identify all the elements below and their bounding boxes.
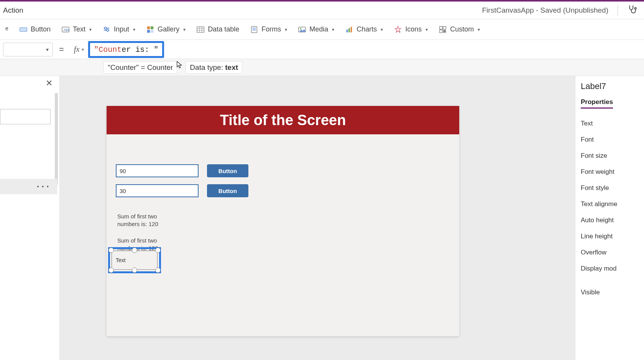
ribbon-charts-label: Charts [356, 25, 377, 33]
ribbon-button[interactable]: Button [19, 25, 51, 34]
text-icon: Abc [61, 25, 70, 34]
prop-font-weight[interactable]: Font weight [581, 164, 644, 180]
properties-panel: Label7 Properties Text Font Font size Fo… [575, 76, 644, 360]
resize-handle[interactable] [108, 268, 114, 273]
formula-text: "Counter is: " [94, 45, 158, 54]
svg-rect-29 [440, 30, 442, 32]
media-icon [298, 25, 306, 34]
fx-label: fx [74, 45, 79, 54]
text-input-1[interactable]: 90 [116, 164, 199, 177]
tree-item-selected[interactable]: • • • [0, 179, 57, 194]
fx-button[interactable]: fx ▾ [70, 40, 88, 59]
title-bar: Action FirstCanvasApp - Saved (Unpublish… [0, 2, 644, 19]
tree-view-panel: ✕ • • • [0, 76, 60, 360]
prop-font-size[interactable]: Font size [581, 148, 644, 164]
app-status-text: FirstCanvasApp - Saved (Unpublished) [482, 6, 609, 15]
intellisense-suggestion[interactable]: "Counter" = Counter [104, 61, 177, 74]
ribbon-custom[interactable]: Custom ▾ [439, 25, 480, 34]
chevron-down-icon: ▾ [82, 47, 84, 52]
ribbon-datatable-label: Data table [208, 25, 239, 33]
custom-icon [439, 25, 447, 34]
icons-icon: + [394, 25, 402, 34]
formula-bar: ▾ = fx ▾ "Counter is: " [0, 40, 644, 59]
ribbon-gallery-label: Gallery [158, 25, 179, 33]
svg-rect-9 [147, 26, 150, 29]
main-area: ✕ • • • Title of the Screen 90 Button 30… [0, 76, 644, 360]
prop-display-mode[interactable]: Display mod [581, 261, 644, 277]
button-1[interactable]: Button [207, 164, 248, 177]
app-checker-icon[interactable] [627, 4, 637, 16]
ribbon-datatable[interactable]: Data table [196, 25, 239, 34]
scrollbar[interactable] [55, 93, 58, 185]
svg-rect-11 [147, 30, 150, 32]
formula-highlight: "Counter is: " [88, 41, 164, 58]
svg-rect-10 [151, 26, 153, 29]
ribbon-media-label: Media [309, 25, 328, 33]
resize-handle[interactable] [132, 268, 137, 273]
ribbon-gallery[interactable]: Gallery ▾ [146, 25, 186, 34]
ribbon-text[interactable]: Abc Text ▾ [61, 25, 92, 34]
property-selector[interactable]: ▾ [3, 43, 53, 56]
formula-hint-row: "Counter" = Counter Data type: text [0, 59, 644, 76]
selected-label-control[interactable]: Text [108, 247, 161, 273]
ribbon-icons-label: Icons [405, 25, 422, 33]
prop-font-style[interactable]: Font style [581, 180, 644, 196]
ribbon-media[interactable]: Media ▾ [298, 25, 334, 34]
chevron-down-icon: ▾ [332, 27, 334, 32]
ribbon-input-label: Input [114, 25, 129, 33]
ribbon-charts[interactable]: Charts ▾ [345, 25, 383, 34]
prop-text[interactable]: Text [581, 116, 644, 132]
tab-properties[interactable]: Properties [581, 98, 613, 109]
chevron-down-icon: ▾ [133, 27, 135, 32]
text-input-2[interactable]: 30 [116, 184, 199, 197]
ribbon-input[interactable]: Input ▾ [102, 25, 135, 34]
svg-rect-30 [443, 30, 446, 32]
ribbon-forms[interactable]: Forms ▾ [250, 25, 287, 34]
canvas-area: Title of the Screen 90 Button 30 Button … [60, 76, 575, 360]
chevron-down-icon: ▾ [183, 27, 186, 32]
app-screen[interactable]: Title of the Screen 90 Button 30 Button … [107, 106, 459, 336]
svg-text:Abc: Abc [64, 28, 70, 31]
button-icon [19, 25, 28, 34]
forms-icon [250, 25, 258, 34]
svg-rect-13 [197, 26, 204, 32]
sum-label-1: Sum of first two numbers is: 120 [117, 213, 179, 228]
svg-rect-25 [351, 26, 352, 32]
svg-point-0 [635, 8, 636, 9]
close-icon[interactable]: ✕ [46, 78, 53, 88]
prop-auto-height[interactable]: Auto height [581, 212, 644, 228]
resize-handle[interactable] [108, 248, 114, 253]
svg-point-22 [300, 28, 302, 30]
charts-icon [345, 25, 353, 34]
svg-rect-27 [440, 26, 442, 29]
tree-search-input[interactable] [0, 109, 51, 124]
ribbon-button-label: Button [31, 25, 51, 33]
ribbon-cut-label: el [5, 25, 8, 34]
prop-line-height[interactable]: Line height [581, 228, 644, 244]
resize-handle[interactable] [132, 248, 137, 253]
menu-action[interactable]: Action [3, 6, 23, 15]
svg-text:+: + [399, 30, 401, 34]
resize-handle[interactable] [155, 268, 161, 273]
ribbon-icons[interactable]: + Icons ▾ [394, 25, 428, 34]
more-icon[interactable]: • • • [37, 183, 49, 190]
datatable-icon [196, 25, 205, 34]
chevron-down-icon: ▾ [381, 27, 383, 32]
prop-font[interactable]: Font [581, 132, 644, 148]
selected-label-text: Text [112, 251, 158, 270]
screen-title-label: Title of the Screen [107, 106, 459, 134]
svg-point-7 [105, 27, 107, 29]
prop-text-alignment[interactable]: Text alignme [581, 196, 644, 212]
gallery-icon [146, 25, 154, 34]
svg-rect-24 [348, 28, 350, 32]
chevron-down-icon: ▾ [89, 27, 92, 32]
prop-visible[interactable]: Visible [581, 284, 644, 301]
button-2[interactable]: Button [207, 184, 248, 197]
resize-handle[interactable] [155, 248, 161, 253]
formula-input[interactable]: "Counter is: " [88, 40, 644, 59]
divider [618, 5, 618, 16]
chevron-down-icon: ▾ [426, 27, 428, 32]
row-2: 30 Button [116, 184, 459, 197]
chevron-down-icon: ▾ [285, 27, 287, 32]
prop-overflow[interactable]: Overflow [581, 244, 644, 261]
